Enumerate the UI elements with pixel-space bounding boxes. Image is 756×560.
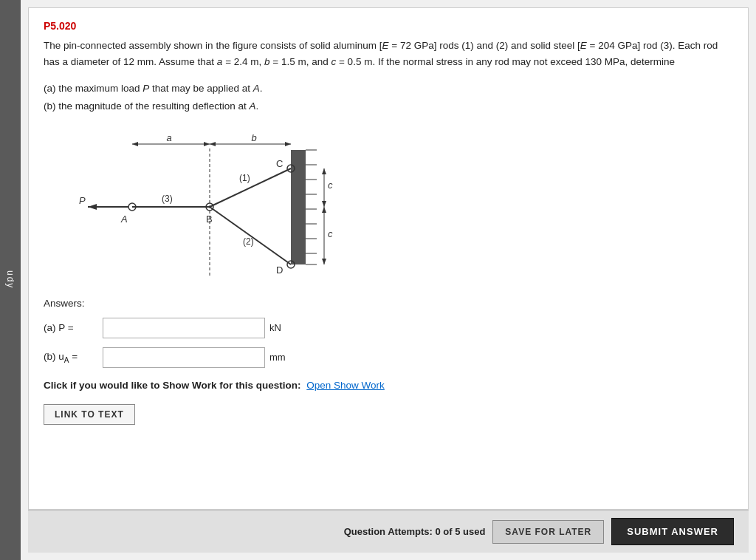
- answer-a-unit: kN: [269, 322, 281, 333]
- svg-text:(1): (1): [239, 173, 250, 183]
- save-for-later-button[interactable]: SAVE FOR LATER: [492, 520, 604, 544]
- sub-questions: (a) the maximum load P that may be appli…: [44, 80, 733, 116]
- svg-marker-20: [322, 168, 326, 174]
- svg-marker-7: [285, 142, 291, 146]
- sub-question-a: (a) the maximum load P that may be appli…: [44, 80, 733, 98]
- problem-text: The pin-connected assembly shown in the …: [44, 38, 733, 69]
- svg-text:P: P: [79, 195, 86, 206]
- answer-b-input[interactable]: [103, 347, 265, 368]
- answer-b-unit: mm: [269, 352, 286, 363]
- submit-answer-button[interactable]: SUBMIT ANSWER: [611, 518, 734, 545]
- answer-row-b: (b) uA = mm: [44, 347, 733, 368]
- svg-marker-41: [88, 204, 97, 210]
- answer-a-label: (a) P =: [44, 322, 103, 333]
- svg-rect-8: [291, 150, 306, 264]
- svg-marker-3: [204, 142, 210, 146]
- svg-text:C: C: [276, 158, 283, 169]
- svg-text:a: a: [166, 132, 171, 143]
- bottom-bar: Question Attempts: 0 of 5 used SAVE FOR …: [28, 510, 749, 553]
- svg-marker-25: [322, 259, 326, 264]
- svg-text:b: b: [251, 132, 256, 143]
- open-show-work-link[interactable]: Open Show Work: [306, 380, 385, 391]
- sub-question-b: (b) the magnitude of the resulting defle…: [44, 98, 733, 115]
- link-to-text-container: LINK TO TEXT: [44, 404, 733, 429]
- link-to-text-button[interactable]: LINK TO TEXT: [44, 404, 135, 425]
- svg-marker-2: [132, 142, 138, 146]
- answer-b-label: (b) uA =: [44, 351, 103, 364]
- answers-section: Answers: (a) P = kN (b) uA = mm: [44, 298, 733, 368]
- sidebar: udy: [0, 0, 21, 560]
- figure: a b: [73, 128, 354, 283]
- svg-text:c: c: [328, 180, 333, 191]
- show-work-text: Click if you would like to Show Work for…: [44, 380, 301, 391]
- svg-line-38: [210, 207, 291, 264]
- sidebar-label: udy: [5, 270, 16, 289]
- problem-figure: a b: [73, 128, 354, 283]
- svg-marker-6: [210, 142, 216, 146]
- answer-a-input[interactable]: [103, 318, 265, 338]
- svg-text:c: c: [328, 228, 333, 239]
- svg-text:(3): (3): [162, 194, 173, 204]
- svg-text:B: B: [206, 214, 213, 225]
- problem-id: P5.020: [44, 20, 733, 32]
- svg-text:(2): (2): [243, 236, 254, 247]
- svg-marker-21: [322, 201, 326, 207]
- show-work-row: Click if you would like to Show Work for…: [44, 380, 733, 391]
- svg-marker-24: [322, 207, 326, 213]
- svg-line-36: [210, 168, 291, 207]
- answers-label: Answers:: [44, 298, 733, 309]
- svg-text:D: D: [276, 264, 283, 276]
- answer-row-a: (a) P = kN: [44, 318, 733, 338]
- svg-text:A: A: [120, 214, 128, 225]
- attempts-text: Question Attempts: 0 of 5 used: [43, 526, 485, 537]
